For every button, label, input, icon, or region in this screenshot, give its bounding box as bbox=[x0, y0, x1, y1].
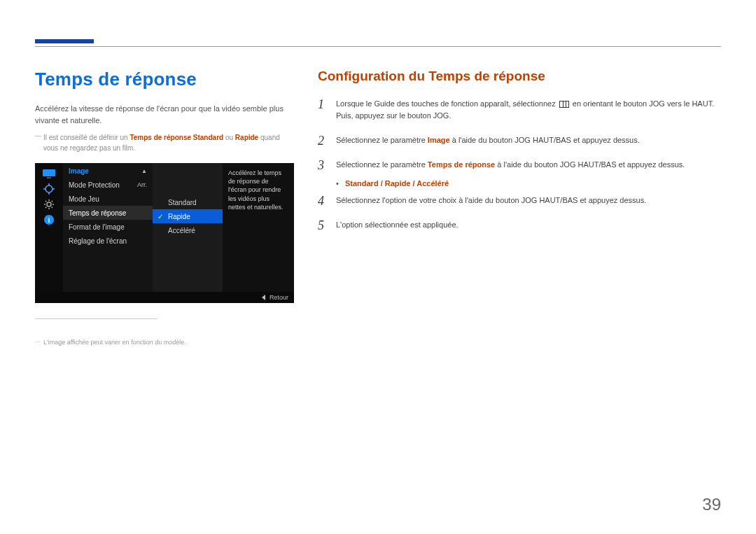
info-icon: i bbox=[41, 213, 57, 226]
step-4: Sélectionnez l'option de votre choix à l… bbox=[318, 195, 721, 206]
osd-item-mode-protection: Mode ProtectionArr. bbox=[63, 178, 153, 192]
bullet-icon: • bbox=[336, 179, 339, 188]
osd-footer: Retour bbox=[35, 292, 294, 303]
osd-item-mode-jeu: Mode Jeu bbox=[63, 192, 153, 206]
step-1: Lorsque le Guide des touches de fonction… bbox=[318, 98, 721, 122]
section-intro: Accélérez la vitesse de réponse de l'écr… bbox=[35, 103, 294, 127]
note-em-2: Rapide bbox=[235, 134, 258, 141]
page-number: 39 bbox=[702, 495, 721, 514]
osd-item-label: Mode Protection bbox=[69, 181, 120, 189]
section-heading: Temps de réponse bbox=[35, 69, 294, 90]
advice-note: Il est conseillé de définir un Temps de … bbox=[35, 132, 294, 153]
svg-rect-0 bbox=[43, 169, 55, 176]
osd-menu-title: Image bbox=[69, 167, 89, 175]
osd-item-label: Temps de réponse bbox=[69, 209, 126, 217]
osd-item-value: Arr. bbox=[137, 181, 147, 188]
note-text: Il est conseillé de définir un bbox=[43, 134, 130, 141]
step-text: à l'aide du bouton JOG HAUT/BAS et appuy… bbox=[450, 136, 640, 144]
option-standard: Standard bbox=[345, 179, 379, 188]
target-icon bbox=[41, 183, 57, 195]
config-heading: Configuration du Temps de réponse bbox=[318, 69, 721, 84]
osd-item-reglage-ecran: Réglage de l'écran bbox=[63, 234, 153, 248]
option-accelere: Accéléré bbox=[416, 179, 449, 188]
option-rapide: Rapide bbox=[385, 179, 411, 188]
gear-icon bbox=[41, 198, 57, 211]
step-text: à l'aide du bouton JOG HAUT/BAS et appuy… bbox=[495, 160, 685, 169]
step-text: Sélectionnez le paramètre bbox=[336, 136, 428, 144]
osd-option-rapide: Rapide bbox=[153, 209, 223, 223]
step-5: L'option sélectionnée est appliquée. bbox=[318, 219, 721, 231]
svg-point-3 bbox=[47, 202, 51, 206]
osd-item-label: Réglage de l'écran bbox=[69, 237, 127, 245]
osd-menu-list: Image ▲ Mode ProtectionArr. Mode Jeu Tem… bbox=[63, 163, 153, 303]
note-text: ou bbox=[223, 134, 235, 141]
arrow-up-icon: ▲ bbox=[141, 168, 147, 174]
osd-item-format-image: Format de l'image bbox=[63, 220, 153, 234]
osd-item-label: Mode Jeu bbox=[69, 195, 99, 203]
osd-screenshot: i Image ▲ Mode ProtectionArr. Mode Jeu T… bbox=[35, 163, 294, 303]
svg-rect-1 bbox=[47, 177, 51, 178]
header-rule bbox=[35, 46, 721, 47]
monitor-icon bbox=[41, 167, 57, 180]
step-3: Sélectionnez le paramètre Temps de répon… bbox=[318, 159, 721, 171]
menu-icon bbox=[559, 101, 569, 108]
osd-item-label: Format de l'image bbox=[69, 223, 125, 231]
header-accent bbox=[35, 39, 94, 43]
note-em-1: Temps de réponse Standard bbox=[130, 134, 223, 141]
steps-list-cont: Sélectionnez l'option de votre choix à l… bbox=[318, 195, 721, 231]
options-bullet: • Standard / Rapide / Accéléré bbox=[336, 179, 721, 188]
step-text: Lorsque le Guide des touches de fonction… bbox=[336, 99, 558, 108]
osd-option-standard: Standard bbox=[153, 195, 223, 209]
footnote-rule bbox=[35, 318, 158, 319]
osd-description: Accélérez le temps de réponse de l'écran… bbox=[223, 163, 294, 303]
step-text: Sélectionnez le paramètre bbox=[336, 160, 428, 169]
step-em: Temps de réponse bbox=[428, 160, 495, 169]
svg-text:i: i bbox=[48, 216, 50, 224]
osd-options-list: Standard Rapide Accéléré bbox=[153, 163, 223, 303]
step-2: Sélectionnez le paramètre Image à l'aide… bbox=[318, 134, 721, 146]
osd-sidebar: i bbox=[35, 163, 63, 303]
arrow-left-icon bbox=[262, 295, 265, 300]
svg-point-2 bbox=[46, 185, 52, 192]
step-em: Image bbox=[428, 136, 450, 144]
image-disclaimer: L'image affichée peut varier en fonction… bbox=[35, 339, 294, 346]
osd-option-accelere: Accéléré bbox=[153, 223, 223, 237]
osd-item-temps-de-reponse: Temps de réponse bbox=[63, 206, 153, 220]
osd-footer-label: Retour bbox=[270, 294, 288, 301]
steps-list: Lorsque le Guide des touches de fonction… bbox=[318, 98, 721, 171]
